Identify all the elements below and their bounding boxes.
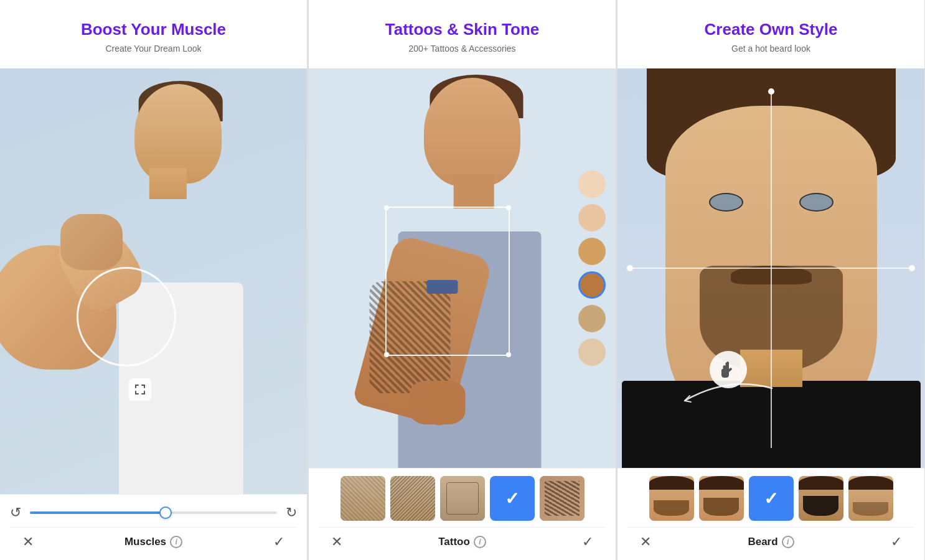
muscle-slider-row: ↺ ↻	[10, 495, 297, 527]
fist	[60, 214, 123, 270]
tattoo-pattern-2	[390, 476, 435, 521]
slider-thumb[interactable]	[159, 506, 172, 519]
beard-face-5	[848, 476, 893, 521]
muscle-label: Muscles i	[124, 536, 182, 548]
guide-dot-r	[909, 265, 915, 271]
tattoo-face-1	[340, 476, 385, 521]
skin-swatch-3[interactable]	[578, 238, 606, 265]
muscle-panel: Boost Your Muscle Create Your Dream Look	[0, 0, 308, 560]
tattoo-label: Tattoo i	[438, 536, 486, 548]
tattoo-ink-5	[545, 481, 580, 516]
beard-face-4	[799, 476, 843, 521]
neck	[149, 168, 186, 199]
style-subtitle: Get a hot beard look	[731, 44, 810, 54]
tattoo-label-text: Tattoo	[438, 536, 470, 548]
tattoo-controls: ✓ ✕ Tattoo i ✓	[309, 468, 616, 560]
style-panel: Create Own Style Get a hot beard look	[617, 0, 925, 560]
skin-tone-swatches	[578, 170, 606, 366]
style-confirm-button[interactable]: ✓	[891, 534, 902, 550]
beard-thumb-5[interactable]	[848, 476, 893, 521]
muscle-header: Boost Your Muscle Create Your Dream Look	[0, 0, 307, 68]
muscle-image-area	[0, 68, 307, 494]
beard-5	[853, 502, 889, 516]
beard-selected-check: ✓	[764, 488, 778, 509]
muscle-action-row: ✕ Muscles i ✓	[10, 527, 297, 560]
skin-swatch-5[interactable]	[578, 305, 606, 332]
muscle-subtitle: Create Your Dream Look	[105, 44, 201, 54]
muscle-confirm-button[interactable]: ✓	[273, 534, 284, 550]
muscle-slider[interactable]	[30, 511, 277, 514]
beard-thumb-2[interactable]	[699, 476, 744, 521]
tattoo-thumb-5[interactable]	[540, 476, 585, 521]
tattoo-cancel-button[interactable]: ✕	[331, 534, 342, 550]
style-image-area	[617, 68, 924, 468]
face-guide-lines	[617, 68, 924, 468]
tattoo-border-3	[446, 482, 479, 515]
hand	[409, 381, 465, 424]
tattoo-selection-box[interactable]	[385, 207, 510, 356]
style-controls: ✓ ✕ Beard i ✓	[617, 468, 924, 560]
style-info-icon[interactable]: i	[782, 536, 794, 548]
tattoo-panel: Tattoos & Skin Tone 200+ Tattoos & Acces…	[309, 0, 616, 560]
tattoo-action-row: ✕ Tattoo i ✓	[319, 527, 606, 560]
tattoo-thumbnail-row: ✓	[319, 469, 606, 527]
tattoo-thumb-1[interactable]	[340, 476, 385, 521]
skin-swatch-6[interactable]	[578, 338, 606, 366]
guide-dot-t	[768, 88, 774, 95]
slider-fill	[30, 511, 166, 514]
tattoo-subtitle: 200+ Tattoos & Accessories	[408, 44, 515, 54]
touch-indicator	[710, 351, 747, 388]
style-action-row: ✕ Beard i ✓	[627, 527, 914, 560]
tattoo-thumb-selected[interactable]: ✓	[490, 476, 535, 521]
selected-check-icon: ✓	[505, 488, 519, 509]
tattoo-ink-1	[340, 476, 385, 521]
beard-face-2	[699, 476, 744, 521]
beard-hair-4	[799, 476, 843, 490]
muscle-title: Boost Your Muscle	[81, 20, 226, 39]
beard-hair-5	[848, 476, 893, 490]
beard-thumb-4[interactable]	[799, 476, 843, 521]
beard-hair-1	[649, 476, 694, 490]
corner-tl	[384, 205, 389, 210]
tattoo-face-3	[440, 476, 485, 521]
tattoo-title: Tattoos & Skin Tone	[385, 20, 539, 39]
beard-thumbnail-row: ✓	[627, 469, 914, 527]
beard-2	[703, 498, 740, 516]
tattoo-thumb-3[interactable]	[440, 476, 485, 521]
tattoo-header: Tattoos & Skin Tone 200+ Tattoos & Acces…	[309, 0, 616, 68]
touch-arc	[678, 370, 778, 407]
guide-dot-l	[627, 265, 633, 271]
beard-1	[654, 500, 690, 516]
tattoo-confirm-button[interactable]: ✓	[582, 534, 593, 550]
tattoo-thumb-2[interactable]	[390, 476, 435, 521]
muscle-info-icon[interactable]: i	[170, 536, 182, 548]
skin-swatch-1[interactable]	[578, 170, 606, 198]
tattoo-face-5	[540, 476, 585, 521]
undo-icon[interactable]: ↺	[10, 505, 21, 521]
muscle-cancel-button[interactable]: ✕	[22, 534, 34, 550]
skin-swatch-4[interactable]	[578, 271, 606, 299]
beard-thumb-selected[interactable]: ✓	[749, 476, 794, 521]
beard-4	[803, 496, 839, 516]
beard-hair-2	[699, 476, 744, 490]
skin-swatch-2[interactable]	[578, 204, 606, 231]
muscle-label-text: Muscles	[124, 536, 166, 548]
muscle-controls: ↺ ↻ ✕ Muscles i ✓	[0, 494, 307, 560]
beard-face-1	[649, 476, 694, 521]
tattoo-image-area	[309, 68, 616, 468]
redo-icon[interactable]: ↻	[286, 505, 297, 521]
tattoo-face-2	[390, 476, 435, 521]
muscle-resize-handle[interactable]	[129, 378, 151, 401]
style-title: Create Own Style	[705, 20, 838, 39]
tattoo-info-icon[interactable]: i	[474, 536, 486, 548]
beard-label-text: Beard	[748, 536, 777, 548]
tattoo-head	[424, 78, 520, 187]
style-cancel-button[interactable]: ✕	[640, 534, 651, 550]
tattoo-neck	[453, 174, 494, 208]
style-label: Beard i	[748, 536, 794, 548]
muscle-selection-circle[interactable]	[77, 267, 176, 366]
beard-thumb-1[interactable]	[649, 476, 694, 521]
style-header: Create Own Style Get a hot beard look	[617, 0, 924, 68]
